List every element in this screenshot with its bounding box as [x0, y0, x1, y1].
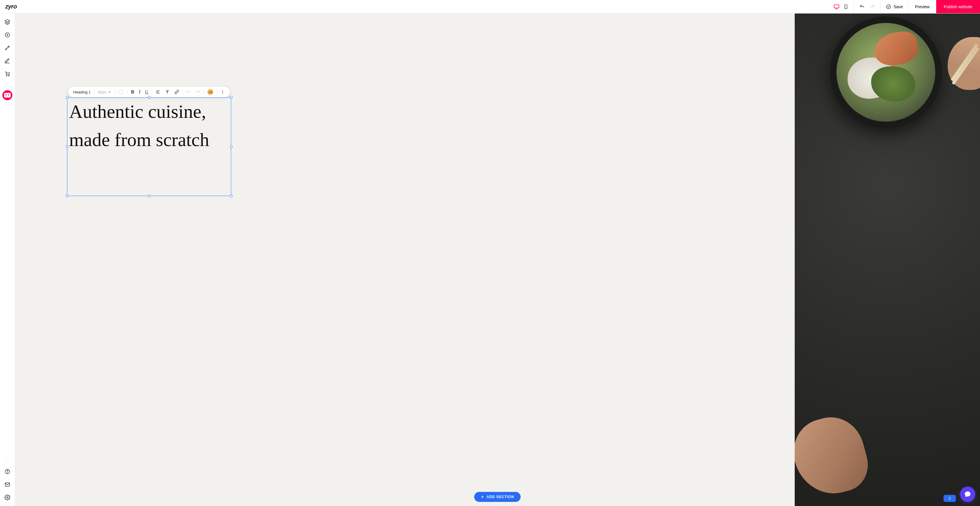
- vertical-align-button[interactable]: [163, 88, 172, 96]
- resize-handle-mr[interactable]: [230, 146, 232, 148]
- resize-handle-tl[interactable]: [66, 96, 68, 98]
- ai-writer-button[interactable]: Aa: [205, 88, 215, 96]
- resize-handle-bl[interactable]: [66, 195, 68, 197]
- ai-tools-button[interactable]: [2, 90, 12, 100]
- text-style-label: Heading 1: [73, 90, 91, 94]
- text-undo-button[interactable]: [185, 88, 193, 96]
- preview-label: Preview: [915, 5, 930, 9]
- sidebar-divider: [5, 462, 10, 462]
- svg-point-24: [222, 93, 223, 94]
- svg-rect-3: [845, 5, 847, 8]
- styles-icon[interactable]: [4, 44, 11, 51]
- brand-logo: zyro: [5, 3, 17, 10]
- save-label: Save: [894, 5, 903, 9]
- resize-handle-tr[interactable]: [230, 96, 232, 98]
- svg-point-11: [6, 75, 7, 76]
- underline-button[interactable]: U: [143, 88, 150, 96]
- publish-label: Publish website: [944, 5, 972, 9]
- editor-canvas[interactable]: Heading 1 80px B I U: [15, 14, 980, 506]
- support-chat-button[interactable]: [960, 487, 975, 502]
- resize-handle-br[interactable]: [230, 195, 232, 197]
- blog-icon[interactable]: [4, 57, 11, 64]
- align-left-icon: [156, 90, 160, 94]
- toolbar-separator: [94, 89, 94, 95]
- toolbar-separator: [204, 89, 204, 95]
- desktop-view-button[interactable]: [832, 3, 841, 11]
- more-options-button[interactable]: [218, 88, 227, 96]
- undo-icon: [186, 90, 191, 94]
- topbar: zyro Save Preview Publish website: [0, 0, 980, 14]
- feedback-icon[interactable]: [4, 481, 11, 488]
- svg-marker-6: [5, 20, 10, 22]
- svg-point-23: [222, 92, 223, 92]
- resize-handle-ml[interactable]: [66, 146, 68, 148]
- canvas-left-column: Heading 1 80px B I U: [15, 14, 795, 506]
- toolbar-separator: [183, 89, 183, 95]
- ai-badge-icon: Aa: [207, 89, 213, 95]
- svg-point-12: [8, 75, 10, 76]
- svg-point-5: [886, 5, 891, 9]
- toolbar-separator: [127, 89, 127, 95]
- selected-heading-element[interactable]: Authentic cuisine, made from scratch: [67, 97, 231, 196]
- redo-button[interactable]: [868, 3, 876, 11]
- add-section-button[interactable]: ADD SECTION: [474, 492, 520, 502]
- resize-handle-bm[interactable]: [148, 195, 150, 197]
- resize-vertical-icon: [948, 496, 951, 500]
- chevron-down-icon: [107, 90, 111, 94]
- publish-button[interactable]: Publish website: [936, 0, 980, 13]
- image-detail: [795, 410, 874, 502]
- store-icon[interactable]: [4, 71, 11, 77]
- settings-icon[interactable]: [4, 494, 11, 501]
- align-top-icon: [165, 90, 170, 94]
- hero-image[interactable]: [795, 14, 980, 506]
- bold-button[interactable]: B: [129, 88, 136, 96]
- toolbar-separator: [217, 89, 217, 95]
- image-detail: [830, 16, 942, 128]
- add-section-label: ADD SECTION: [487, 495, 514, 499]
- help-icon[interactable]: [4, 468, 11, 475]
- more-vertical-icon: [221, 90, 225, 94]
- main-area: Heading 1 80px B I U: [0, 14, 980, 506]
- mobile-view-button[interactable]: [842, 3, 850, 11]
- add-element-icon[interactable]: [4, 32, 11, 38]
- chat-icon: [964, 490, 972, 498]
- text-style-dropdown[interactable]: Heading 1: [71, 88, 93, 96]
- align-button[interactable]: [154, 88, 162, 96]
- robot-icon: [4, 93, 11, 98]
- svg-point-16: [7, 497, 8, 498]
- link-button[interactable]: [172, 88, 181, 96]
- color-swatch-icon: [119, 90, 124, 94]
- toolbar-separator: [152, 89, 152, 95]
- resize-handle-tm[interactable]: [148, 96, 150, 98]
- font-size-dropdown[interactable]: 80px: [96, 88, 113, 96]
- link-icon: [174, 90, 179, 94]
- check-icon: [886, 4, 891, 10]
- plus-icon: [480, 495, 484, 499]
- text-color-button[interactable]: [117, 88, 126, 96]
- toolbar-separator: [115, 89, 115, 95]
- redo-icon: [196, 90, 200, 94]
- undo-button[interactable]: [858, 3, 866, 11]
- section-resize-handle[interactable]: [943, 495, 956, 502]
- font-size-value: 80px: [98, 90, 106, 94]
- italic-button[interactable]: I: [137, 88, 142, 96]
- text-edit-toolbar: Heading 1 80px B I U: [68, 87, 230, 97]
- svg-point-22: [222, 90, 223, 91]
- preview-button[interactable]: Preview: [908, 0, 936, 13]
- layers-icon[interactable]: [4, 19, 11, 25]
- svg-rect-0: [834, 5, 839, 8]
- heading-text[interactable]: Authentic cuisine, made from scratch: [67, 98, 231, 154]
- left-sidebar: [0, 14, 15, 506]
- save-button[interactable]: Save: [881, 0, 908, 13]
- device-switcher: [829, 0, 854, 13]
- text-redo-button[interactable]: [194, 88, 202, 96]
- history-controls: [854, 0, 881, 13]
